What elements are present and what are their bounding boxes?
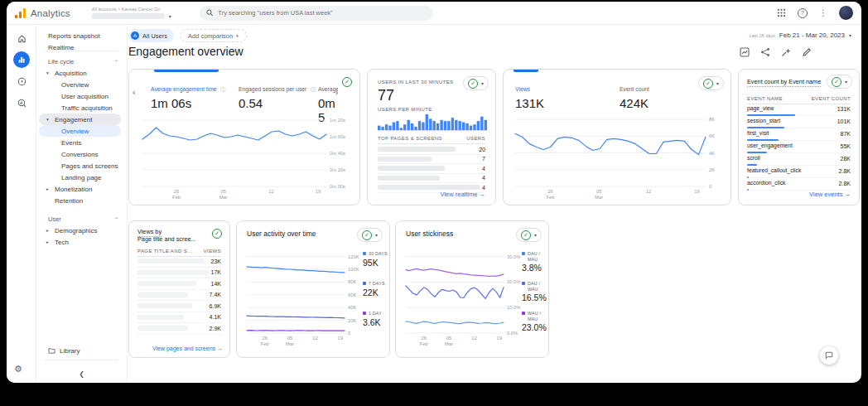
card-event-count-by-name: Event count by Event name ✓ ▾ EVENT NAME… [738, 69, 860, 205]
home-nav-icon[interactable] [13, 30, 30, 46]
reports-nav-icon[interactable] [13, 51, 30, 68]
legend-dot [363, 252, 366, 255]
share-icon[interactable] [760, 47, 770, 57]
table-row: scroll 28K [747, 153, 851, 166]
explore-nav-icon[interactable] [13, 73, 30, 89]
avg-engagement-time-chart: 1m 20s1m 00s0m 40s0m 20s0m 00s26Feb05Mar… [141, 113, 351, 201]
sidebar-item-reports-snapshot[interactable]: Reports snapshot [36, 30, 127, 41]
sidebar-item-user-acquisition[interactable]: User acquisition [36, 90, 127, 102]
sidebar-item-acquisition[interactable]: ▾Acquisition [36, 67, 127, 79]
check-icon: ✓ [345, 79, 350, 85]
insights-spark-icon[interactable] [781, 47, 791, 57]
sidebar-section-user[interactable]: User⌃ [36, 213, 127, 225]
svg-text:12: 12 [471, 336, 476, 341]
sampling-check-badge[interactable]: ✓ [342, 77, 352, 87]
edit-pencil-icon[interactable] [802, 47, 812, 57]
feedback-button[interactable] [820, 346, 838, 365]
svg-text:19: 19 [316, 189, 321, 194]
sidebar-item-acquisition-overview[interactable]: Overview [36, 79, 127, 90]
sidebar-divider [45, 360, 118, 360]
sidebar-section-lifecycle[interactable]: Life cycle⌃ [36, 56, 127, 67]
sidebar-collapse-button[interactable]: ❮ [36, 370, 127, 378]
library-folder-icon [48, 347, 55, 354]
search-bar[interactable] [200, 6, 433, 21]
help-icon[interactable]: ? [798, 8, 808, 18]
svg-text:Feb: Feb [420, 341, 428, 346]
insights-card-icon[interactable] [740, 47, 750, 57]
segment-avatar: A [131, 31, 139, 40]
caret-down-icon: ▾ [534, 232, 537, 238]
svg-text:Mar: Mar [286, 341, 294, 346]
page-title-redacted [137, 270, 209, 275]
table-row: 14K [137, 278, 221, 290]
sidebar-item-pages-and-screens[interactable]: Pages and screens [36, 160, 127, 172]
view-events-link[interactable]: View events → [809, 191, 851, 198]
svg-text:40K: 40K [348, 305, 356, 310]
sidebar-item-engagement-overview[interactable]: Overview [39, 125, 121, 137]
table-row: 4 [378, 164, 485, 174]
table-row: 2.9K [137, 323, 221, 335]
svg-text:Mar: Mar [445, 341, 453, 346]
segment-chip-all-users[interactable]: A All Users [128, 29, 174, 42]
more-menu-icon[interactable]: ⋮ [819, 8, 827, 17]
caret-down-icon: ▾ [481, 80, 484, 86]
table-row: page_view 131K [747, 104, 851, 116]
view-realtime-link[interactable]: View realtime → [441, 191, 485, 198]
apps-grid-icon[interactable] [777, 8, 786, 17]
users-per-minute-label: USERS PER MINUTE [378, 107, 432, 112]
sampling-badge-dropdown[interactable]: ✓ ▾ [698, 76, 724, 90]
sidebar-item-monetization[interactable]: ▸Monetization [36, 183, 127, 195]
sidebar-item-demographics[interactable]: ▸Demographics [36, 225, 127, 236]
pages-card-title[interactable]: Views by Page title and scree... [137, 228, 196, 243]
avatar[interactable] [839, 6, 853, 20]
metric-views-tab[interactable]: Views 131K [515, 80, 544, 110]
svg-text:6K: 6K [709, 133, 715, 138]
card-realtime: USERS IN LAST 30 MINUTES ✓ ▾ 77 USERS PE… [367, 69, 496, 205]
search-input[interactable] [218, 9, 426, 17]
admin-gear-icon[interactable]: ⚙ [14, 364, 22, 375]
card-views-eventcount: Views 131K Event count 424K ✓ ▾ 8K6K4K2K… [503, 69, 731, 205]
svg-text:100K: 100K [348, 267, 359, 272]
table-row: 4 [378, 174, 485, 184]
sampling-badge-dropdown[interactable]: ✓ ▾ [827, 75, 852, 89]
advertising-nav-icon[interactable] [13, 94, 30, 111]
sidebar-item-conversions[interactable]: Conversions [36, 148, 127, 160]
tree-expanded-icon: ▾ [46, 117, 49, 122]
svg-text:0.0%: 0.0% [507, 331, 518, 336]
analytics-logo-icon [15, 8, 26, 18]
sidebar-item-library[interactable]: Library [36, 345, 127, 356]
sampling-badge-dropdown[interactable]: ✓ ▾ [516, 228, 542, 242]
svg-text:1m 00s: 1m 00s [330, 134, 345, 139]
table-row: 7.4K [137, 290, 221, 302]
carousel-next-icon[interactable]: › [335, 88, 338, 97]
activity-card-title: User activity over time [247, 230, 316, 238]
date-range-picker[interactable]: Last 28 days Feb 21 - Mar 20, 2023 ▾ [750, 31, 851, 39]
add-comparison-button[interactable]: Add comparison + [181, 29, 247, 42]
feedback-chat-icon [825, 351, 833, 360]
account-switcher[interactable]: All accounts > Kansas Cancer Ctr ▾ [92, 7, 171, 19]
sidebar-item-tech[interactable]: ▸Tech [36, 236, 127, 248]
activity-legend: 30 DAYS 95K 7 DAYS 22K 1 DAY 3.6K [363, 251, 390, 350]
metric-avg-engagement-time[interactable]: Average engagement time ⓘ 1m 06s [151, 80, 225, 110]
sampling-badge-dropdown[interactable]: ✓ ▾ [463, 76, 489, 90]
svg-text:4K: 4K [709, 151, 715, 156]
sidebar-item-landing-page[interactable]: Landing page [36, 172, 127, 183]
sidebar-item-retention[interactable]: Retention [36, 195, 127, 206]
view-pages-link[interactable]: View pages and screens → [152, 346, 223, 351]
arrow-right-icon: → [480, 191, 486, 198]
metric-engaged-sessions-per-user[interactable]: Engaged sessions per user ⓘ 0.54 [239, 80, 316, 110]
caret-down-icon: ▾ [375, 232, 378, 238]
metric-event-count-tab[interactable]: Event count 424K [620, 80, 649, 110]
sidebar-item-traffic-acquisition[interactable]: Traffic acquisition [36, 102, 127, 114]
search-icon [206, 9, 214, 17]
sampling-badge-dropdown[interactable]: ✓ ▾ [357, 228, 383, 242]
svg-text:26: 26 [547, 189, 552, 194]
carousel-prev-icon[interactable]: ‹ [133, 88, 135, 97]
check-badge-icon: ✓ [468, 79, 478, 89]
event-card-title[interactable]: Event count by Event name [747, 78, 830, 85]
check-badge-icon: ✓ [832, 77, 841, 87]
sampling-check-badge[interactable]: ✓ [212, 229, 222, 239]
svg-text:19: 19 [496, 336, 501, 341]
sidebar-item-events[interactable]: Events [36, 137, 127, 148]
sidebar-item-engagement[interactable]: ▾Engagement [39, 114, 121, 125]
